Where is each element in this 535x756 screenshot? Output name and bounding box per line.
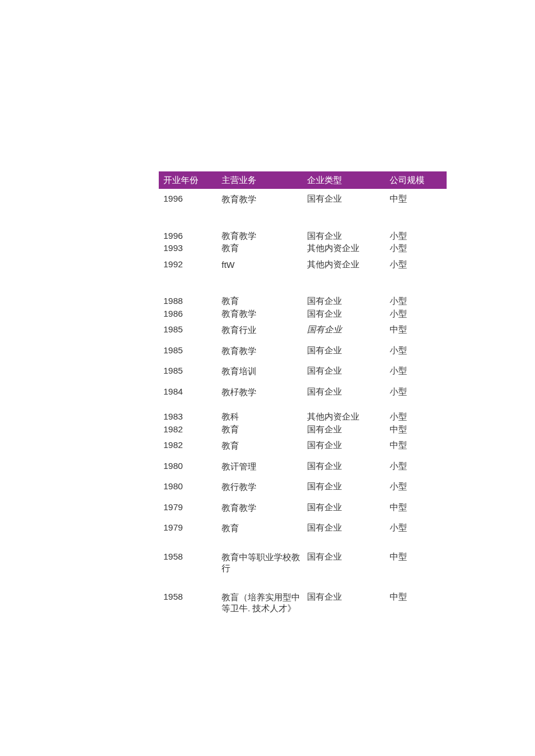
table-header: 开业年份 主营业务 企业类型 公司规模 bbox=[159, 171, 447, 189]
table-row: 1980教讦管理国有企业小型 bbox=[159, 456, 447, 477]
cell-size: 小型 bbox=[390, 230, 447, 242]
cell-year: 1993 bbox=[159, 242, 222, 254]
cell-size: 中型 bbox=[390, 551, 447, 562]
table-row: 1979教育国有企业小型 bbox=[159, 518, 447, 539]
cell-size: 小型 bbox=[390, 461, 447, 472]
cell-business: 教育教学 bbox=[222, 345, 307, 357]
cell-business: 教育 bbox=[222, 522, 307, 534]
cell-type: 国有企业 bbox=[307, 194, 390, 205]
cell-size: 小型 bbox=[390, 522, 447, 533]
header-year: 开业年份 bbox=[159, 175, 222, 186]
cell-business: 教育教学 bbox=[222, 194, 307, 205]
cell-year: 1979 bbox=[159, 502, 222, 512]
cell-business: 教育 bbox=[222, 424, 307, 435]
cell-business: 教育行业 bbox=[222, 324, 307, 336]
cell-year: 1996 bbox=[159, 230, 222, 242]
cell-business: 教杍教学 bbox=[222, 386, 307, 398]
cell-year: 1958 bbox=[159, 592, 222, 601]
cell-business: 教育 bbox=[222, 242, 307, 254]
cell-business: 教育 bbox=[222, 295, 307, 307]
cell-size: 小型 bbox=[390, 345, 447, 356]
cell-type: 国有企业 bbox=[307, 551, 390, 562]
cell-business: 教行教学 bbox=[222, 481, 307, 493]
cell-year: 1988 bbox=[159, 295, 222, 307]
table-row: 1958教盲（培养实用型中等卫牛. 技术人才》国有企业中型 bbox=[159, 587, 447, 619]
cell-year: 1958 bbox=[159, 551, 222, 561]
cell-year: 1982 bbox=[159, 440, 222, 450]
table-row: 1984教杍教学国有企业小型 bbox=[159, 382, 447, 403]
cell-size: 中型 bbox=[390, 324, 447, 335]
cell-year: 1996 bbox=[159, 194, 222, 203]
cell-type: 国有企业 bbox=[307, 324, 390, 335]
cell-year: 1982 bbox=[159, 424, 222, 435]
cell-business: ftW bbox=[222, 259, 307, 271]
cell-business: 教育教学 bbox=[222, 502, 307, 514]
table-row: 1983教科其他内资企业小型 bbox=[159, 410, 447, 423]
cell-business: 教科 bbox=[222, 411, 307, 422]
cell-type: 国有企业 bbox=[307, 592, 390, 603]
cell-type: 国有企业 bbox=[307, 230, 390, 242]
cell-business: 教育 bbox=[222, 440, 307, 452]
cell-type: 国有企业 bbox=[307, 366, 390, 377]
cell-type: 国有企业 bbox=[307, 440, 390, 451]
header-type: 企业类型 bbox=[307, 175, 390, 186]
table-row: 1985教育培训国有企业小型 bbox=[159, 361, 447, 382]
cell-size: 中型 bbox=[390, 424, 447, 435]
table-row: 1985教育行业国有企业中型 bbox=[159, 320, 447, 341]
cell-size: 小型 bbox=[390, 481, 447, 492]
cell-year: 1985 bbox=[159, 345, 222, 355]
cell-year: 1983 bbox=[159, 411, 222, 422]
cell-type: 其他内资企业 bbox=[307, 259, 390, 270]
table-row: 1988教育国有企业小型 bbox=[159, 295, 447, 307]
table-body: 1996教育教学国有企业中型1996教育教学国有企业小型1993教育其他内资企业… bbox=[159, 189, 447, 619]
cell-type: 国有企业 bbox=[307, 502, 390, 513]
cell-size: 小型 bbox=[390, 366, 447, 377]
table-row: 1982教育国有企业中型 bbox=[159, 423, 447, 436]
cell-business: 教盲（培养实用型中等卫牛. 技术人才》 bbox=[222, 592, 307, 614]
cell-type: 国有企业 bbox=[307, 308, 390, 320]
table-row: 1982教育国有企业中型 bbox=[159, 435, 447, 456]
cell-size: 小型 bbox=[390, 259, 447, 270]
cell-type: 其他内资企业 bbox=[307, 411, 390, 422]
cell-size: 小型 bbox=[390, 295, 447, 307]
table-row: 1985教育教学国有企业小型 bbox=[159, 341, 447, 361]
cell-business: 教育教学 bbox=[222, 230, 307, 242]
cell-type: 其他内资企业 bbox=[307, 242, 390, 254]
cell-year: 1980 bbox=[159, 481, 222, 491]
cell-year: 1985 bbox=[159, 324, 222, 334]
cell-type: 国有企业 bbox=[307, 481, 390, 492]
cell-type: 国有企业 bbox=[307, 295, 390, 307]
table-row: 1979教育教学国有企业中型 bbox=[159, 497, 447, 518]
cell-year: 1979 bbox=[159, 522, 222, 532]
cell-type: 国有企业 bbox=[307, 345, 390, 356]
table-row: 1986教育教学国有企业小型 bbox=[159, 307, 447, 320]
cell-year: 1984 bbox=[159, 386, 222, 396]
cell-type: 国有企业 bbox=[307, 522, 390, 533]
cell-size: 中型 bbox=[390, 502, 447, 513]
cell-size: 小型 bbox=[390, 308, 447, 320]
data-table: 开业年份 主营业务 企业类型 公司规模 1996教育教学国有企业中型1996教育… bbox=[159, 171, 447, 619]
header-size: 公司规模 bbox=[390, 175, 447, 186]
cell-year: 1980 bbox=[159, 461, 222, 471]
cell-business: 教育中等职业学校教行 bbox=[222, 551, 307, 574]
cell-business: 教育教学 bbox=[222, 308, 307, 320]
cell-year: 1992 bbox=[159, 259, 222, 269]
table-row: 1993教育其他内资企业小型 bbox=[159, 242, 447, 255]
cell-type: 国有企业 bbox=[307, 424, 390, 435]
table-row: 1996教育教学国有企业中型 bbox=[159, 189, 447, 210]
cell-year: 1986 bbox=[159, 308, 222, 320]
cell-business: 教育培训 bbox=[222, 366, 307, 377]
table-row: 1980教行教学国有企业小型 bbox=[159, 476, 447, 497]
cell-size: 中型 bbox=[390, 592, 447, 603]
table-row: 1992ftW其他内资企业小型 bbox=[159, 255, 447, 275]
cell-size: 小型 bbox=[390, 386, 447, 397]
cell-size: 小型 bbox=[390, 242, 447, 254]
cell-size: 中型 bbox=[390, 440, 447, 451]
cell-size: 中型 bbox=[390, 194, 447, 205]
header-business: 主营业务 bbox=[222, 175, 307, 186]
table-row: 1958教育中等职业学校教行国有企业中型 bbox=[159, 547, 447, 579]
cell-size: 小型 bbox=[390, 411, 447, 422]
cell-type: 国有企业 bbox=[307, 386, 390, 397]
cell-business: 教讦管理 bbox=[222, 461, 307, 472]
table-row: 1996教育教学国有企业小型 bbox=[159, 230, 447, 242]
